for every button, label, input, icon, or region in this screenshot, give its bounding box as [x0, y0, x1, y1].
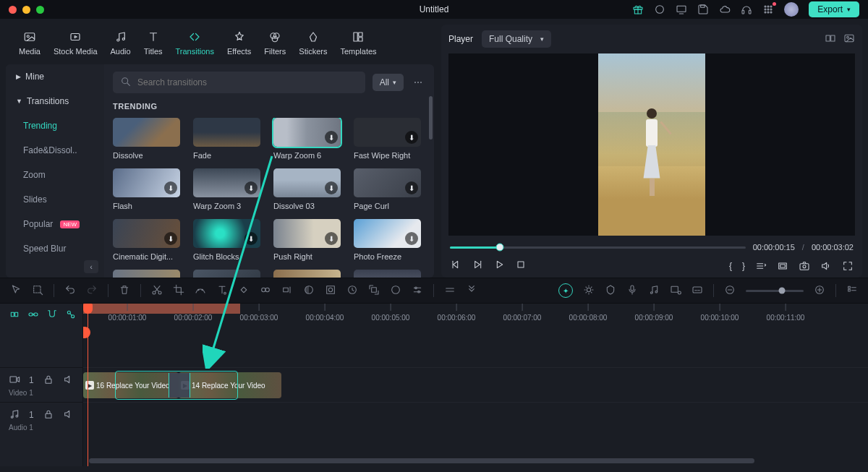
- transition-card[interactable]: ⬇Photo Freeze: [354, 219, 421, 261]
- apps-grid-icon[interactable]: [762, 4, 774, 15]
- sidebar-item-trending[interactable]: Trending: [6, 113, 104, 138]
- transition-card[interactable]: [273, 270, 341, 278]
- monitor-icon[interactable]: [676, 4, 687, 15]
- playback-slider[interactable]: [450, 246, 746, 249]
- maximize-window-button[interactable]: [36, 6, 44, 14]
- headphones-icon[interactable]: [741, 4, 752, 15]
- speed-ramp-icon[interactable]: [346, 284, 358, 298]
- sidebar-item-mine[interactable]: ▶Mine: [6, 64, 104, 89]
- timeline-body[interactable]: 00:00:01:0000:00:02:0000:00:03:0000:00:0…: [83, 304, 868, 466]
- sidebar-item-popular[interactable]: PopularNEW: [6, 212, 104, 236]
- snapshot-icon[interactable]: [799, 260, 810, 272]
- more-options-button[interactable]: ⋯: [411, 74, 425, 90]
- link-tracks-icon[interactable]: [27, 309, 39, 322]
- step-back-icon[interactable]: [450, 259, 461, 273]
- tab-media[interactable]: Media: [19, 30, 41, 56]
- speed-curve-icon[interactable]: [195, 284, 206, 298]
- preview-viewport[interactable]: [448, 53, 855, 236]
- lock-icon[interactable]: [43, 374, 54, 387]
- filter-all-dropdown[interactable]: All▾: [373, 74, 404, 91]
- delete-icon[interactable]: [119, 284, 130, 298]
- tab-stock-media[interactable]: Stock Media: [54, 30, 98, 56]
- brace-open-icon[interactable]: {: [729, 260, 732, 272]
- transition-card[interactable]: ⬇Cinematic Digit...: [113, 219, 180, 261]
- safe-zone-icon[interactable]: [777, 260, 788, 272]
- more-tools-icon[interactable]: [466, 284, 477, 298]
- horizontal-scrollbar[interactable]: [89, 458, 754, 463]
- transition-card[interactable]: [113, 270, 180, 278]
- list-view-icon[interactable]: [846, 284, 858, 298]
- detach-audio-icon[interactable]: [281, 284, 293, 298]
- cut-icon[interactable]: [151, 284, 163, 298]
- volume-icon[interactable]: [820, 260, 832, 272]
- undo-icon[interactable]: [64, 284, 76, 298]
- magnet-icon[interactable]: [46, 309, 58, 322]
- mask-icon[interactable]: [303, 284, 315, 298]
- sidebar-collapse-button[interactable]: ‹: [84, 260, 98, 273]
- transition-card[interactable]: [193, 270, 260, 278]
- transition-card[interactable]: ⬇Dissolve 03: [273, 168, 341, 210]
- video-track-row[interactable]: ▶ 16 Replace Your Video ▶ 14 Replace You…: [83, 367, 868, 402]
- avatar[interactable]: [784, 2, 799, 17]
- tab-filters[interactable]: Filters: [264, 30, 286, 56]
- search-input[interactable]: [137, 77, 358, 87]
- tab-effects[interactable]: Effects: [227, 30, 251, 56]
- green-screen-icon[interactable]: [325, 284, 336, 298]
- pointer-tool-icon[interactable]: [10, 284, 22, 298]
- close-window-button[interactable]: [9, 6, 17, 14]
- save-icon[interactable]: [697, 4, 709, 15]
- sidebar-item-zoom[interactable]: Zoom: [6, 163, 104, 187]
- transition-card[interactable]: ⬇Glitch Blocks: [193, 219, 260, 261]
- play-pause-icon[interactable]: [472, 259, 483, 273]
- transition-card[interactable]: [354, 270, 421, 278]
- redo-icon[interactable]: [86, 284, 98, 298]
- marker-icon[interactable]: [605, 284, 616, 298]
- sidebar-item-transitions[interactable]: ▼Transitions: [6, 89, 104, 113]
- subtitle-icon[interactable]: [692, 284, 703, 298]
- auto-ripple-icon[interactable]: [65, 309, 77, 322]
- color-tag-icon[interactable]: [260, 284, 271, 298]
- zoom-out-icon[interactable]: [724, 284, 736, 298]
- transition-card[interactable]: ⬇Flash: [113, 168, 180, 210]
- video-track-header[interactable]: 1 Video 1: [0, 367, 82, 402]
- timeline-clip-b[interactable]: ▶ 14 Replace Your Video: [179, 372, 281, 398]
- fullscreen-icon[interactable]: [842, 260, 854, 272]
- record-screen-icon[interactable]: [670, 284, 681, 298]
- player-quality-dropdown[interactable]: Full Quality▾: [482, 30, 551, 48]
- lock-icon[interactable]: [43, 408, 54, 422]
- transition-card[interactable]: ⬇Fast Wipe Right: [354, 118, 421, 160]
- timeline-ruler[interactable]: 00:00:01:0000:00:02:0000:00:03:0000:00:0…: [83, 304, 868, 327]
- mute-icon[interactable]: [63, 408, 75, 422]
- sidebar-item-speed-blur[interactable]: Speed Blur: [6, 236, 104, 261]
- crop-icon[interactable]: [173, 284, 184, 298]
- zoom-in-icon[interactable]: [814, 284, 825, 298]
- playhead[interactable]: [88, 304, 88, 466]
- ai-tool-icon[interactable]: ✦: [558, 283, 573, 298]
- drag-handle-icon[interactable]: [444, 284, 456, 298]
- vertical-scrollbar[interactable]: [429, 96, 433, 140]
- minimize-window-button[interactable]: [22, 6, 30, 14]
- picture-icon[interactable]: [843, 33, 855, 46]
- transition-card[interactable]: ⬇Page Curl: [354, 168, 421, 210]
- ripple-edit-icon[interactable]: [9, 309, 20, 322]
- sidebar-item-fade-dissolve[interactable]: Fade&Dissol..: [6, 138, 104, 163]
- tab-templates[interactable]: Templates: [340, 30, 376, 56]
- tab-titles[interactable]: Titles: [144, 30, 163, 56]
- export-button[interactable]: Export▾: [809, 1, 859, 17]
- audio-track-header[interactable]: 1 Audio 1: [0, 402, 82, 437]
- transition-card[interactable]: ⬇Push Right: [273, 219, 341, 261]
- markers-list-icon[interactable]: [755, 260, 767, 272]
- tab-transitions[interactable]: Transitions: [176, 30, 214, 56]
- compare-view-icon[interactable]: [825, 33, 836, 46]
- zoom-slider[interactable]: [746, 290, 804, 292]
- audio-track-row[interactable]: [83, 402, 868, 437]
- cloud-icon[interactable]: [719, 4, 731, 15]
- transition-region[interactable]: [169, 373, 190, 398]
- transition-card[interactable]: ⬇Warp Zoom 3: [193, 168, 260, 210]
- tab-stickers[interactable]: Stickers: [299, 30, 327, 56]
- transition-card[interactable]: Fade: [193, 118, 260, 160]
- stop-icon[interactable]: [515, 259, 527, 273]
- transition-card[interactable]: ⬇Warp Zoom 6: [273, 118, 341, 160]
- sidebar-item-slides[interactable]: Slides: [6, 187, 104, 212]
- enhance-icon[interactable]: [583, 284, 595, 298]
